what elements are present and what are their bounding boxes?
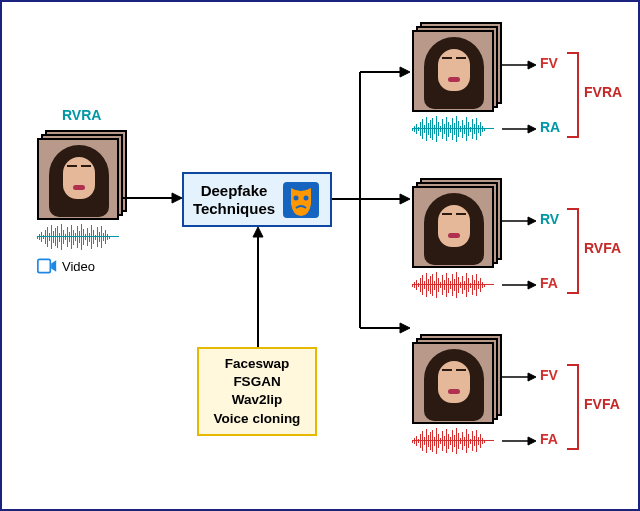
methods-block: Faceswap FSGAN Wav2lip Voice cloning [197,347,317,436]
output3-video-stack [412,334,502,424]
output2-combo-label: RVFA [584,240,621,256]
method-line: Faceswap [205,355,309,373]
arrow-out3-audio [502,434,536,448]
output1-audio-label: RA [540,119,560,135]
svg-rect-0 [38,259,51,272]
svg-marker-19 [528,125,536,133]
arrow-out1-video [502,58,536,72]
output1-video-label: FV [540,55,558,71]
output3-waveform [412,428,494,454]
arrow-input-to-deepfake [122,188,182,208]
branch-arrows [332,42,412,362]
method-line: FSGAN [205,373,309,391]
video-icon [37,258,57,274]
output3-combo-label: FVFA [584,396,620,412]
input-video-stack [37,130,127,220]
svg-marker-25 [528,373,536,381]
output2-bracket [567,208,579,294]
svg-marker-17 [528,61,536,69]
svg-marker-21 [528,217,536,225]
output3-audio-label: FA [540,431,558,447]
output2-video-stack [412,178,502,268]
output2-video-label: RV [540,211,559,227]
svg-marker-2 [172,193,182,203]
arrow-out2-video [502,214,536,228]
video-caption: Video [37,258,95,274]
method-line: Wav2lip [205,391,309,409]
arrow-out1-audio [502,122,536,136]
svg-marker-11 [400,67,410,77]
svg-marker-7 [253,227,263,237]
deepfake-block: Deepfake Techniques [182,172,332,227]
input-waveform [37,224,119,250]
svg-marker-27 [528,437,536,445]
svg-marker-23 [528,281,536,289]
output2-audio-label: FA [540,275,558,291]
arrow-out3-video [502,370,536,384]
mask-icon [281,180,321,220]
deepfake-title-line1: Deepfake [193,182,275,199]
output1-waveform [412,116,494,142]
svg-marker-13 [400,194,410,204]
output3-video-label: FV [540,367,558,383]
video-caption-text: Video [62,259,95,274]
svg-point-4 [294,195,299,200]
output1-video-stack [412,22,502,112]
diagram-canvas: RVRA Video Deepfake Techniques [0,0,640,511]
output3-bracket [567,364,579,450]
svg-point-5 [304,195,309,200]
output1-combo-label: FVRA [584,84,622,100]
deepfake-title: Deepfake Techniques [193,182,275,217]
method-line: Voice cloning [205,410,309,428]
arrow-out2-audio [502,278,536,292]
arrow-methods-to-deepfake [248,227,268,347]
svg-marker-15 [400,323,410,333]
input-label: RVRA [62,107,101,123]
output2-waveform [412,272,494,298]
output1-bracket [567,52,579,138]
deepfake-title-line2: Techniques [193,200,275,217]
